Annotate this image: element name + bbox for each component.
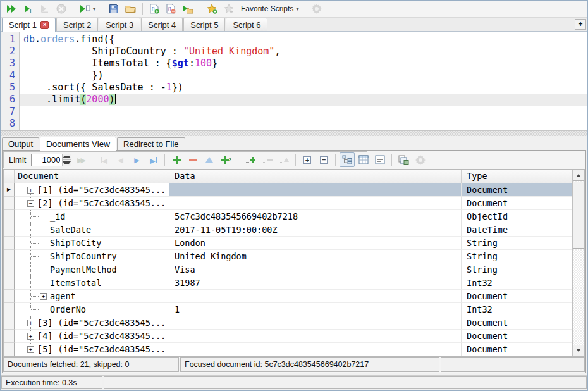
duplicate-document-button[interactable]: 2 xyxy=(218,152,233,167)
script-tab-2[interactable]: Script 2 xyxy=(56,18,98,31)
table-view-button[interactable] xyxy=(356,152,371,167)
data-cell: 5c7c3dc483545669402b7218 xyxy=(169,210,462,223)
run-all-button[interactable] xyxy=(3,2,20,16)
text-view-button[interactable] xyxy=(372,152,388,167)
table-row[interactable]: SaleDate2017-11-05T19:00:00ZDateTime xyxy=(4,223,572,237)
document-cell: +[4] (id="5c7c3dc483545... xyxy=(15,330,169,343)
script-tab-3[interactable]: Script 3 xyxy=(99,18,140,31)
copy-save-icon xyxy=(398,155,409,165)
row-marker-cell xyxy=(4,250,15,263)
field-name: ShipToCountry xyxy=(50,250,117,263)
open-script-button[interactable] xyxy=(123,2,138,16)
run-options-button[interactable]: ▾ xyxy=(77,2,98,16)
run-statement-button[interactable]: I xyxy=(21,2,36,16)
expand-node-icon[interactable]: + xyxy=(40,293,47,300)
edit-document-button[interactable] xyxy=(202,152,217,167)
table-row[interactable]: OrderNo1Int32 xyxy=(4,303,572,316)
favorite-scripts-dropdown[interactable]: Favorite Scripts▾ xyxy=(238,2,301,16)
fetch-next-button[interactable]: ▶▶ xyxy=(73,152,88,167)
view-settings-button[interactable] xyxy=(413,152,428,167)
data-cell xyxy=(169,290,462,303)
new-tab-button[interactable]: + xyxy=(575,19,586,30)
close-script-button[interactable]: {} xyxy=(163,2,178,16)
column-header-data[interactable]: Data xyxy=(169,170,462,183)
collapse-all-button[interactable]: − xyxy=(316,152,331,167)
run-selection-icon xyxy=(40,4,50,13)
field-name: _id xyxy=(50,210,65,223)
script-tab-4[interactable]: Script 4 xyxy=(141,18,183,31)
script-tab-label: Script 6 xyxy=(233,20,260,30)
code-editor[interactable]: 12345678 db.orders.find({ ShipToCountry … xyxy=(1,32,587,131)
type-cell: Document xyxy=(462,343,572,356)
export-documents-button[interactable] xyxy=(396,152,412,167)
field-name: OrderNo xyxy=(50,303,86,316)
column-header-document[interactable]: Document xyxy=(15,170,169,183)
plus2-icon: 2 xyxy=(221,156,231,164)
column-header-type[interactable]: Type xyxy=(462,170,572,183)
table-row[interactable]: ItemsTotal31987Int32 xyxy=(4,276,572,290)
table-row[interactable]: +[5] (id="5c7c3dc483545...Document xyxy=(4,343,572,356)
delete-field-button[interactable] xyxy=(259,152,275,167)
table-row[interactable]: ShipToCountryUnited KingdomString xyxy=(4,250,572,263)
data-cell xyxy=(169,316,462,330)
document-cell: PaymentMethod xyxy=(15,263,169,276)
run-statement-icon: I xyxy=(23,4,34,14)
plus-icon xyxy=(173,156,181,164)
new-script-button[interactable]: {} xyxy=(147,2,162,16)
collapse-node-icon[interactable]: − xyxy=(27,200,34,207)
table-row[interactable]: +agentDocument xyxy=(4,290,572,303)
document-label: [4] (id="5c7c3dc483545... xyxy=(37,330,166,342)
script-tab-5[interactable]: Script 5 xyxy=(183,18,225,31)
row-marker-header xyxy=(4,170,15,183)
table-row[interactable]: +[4] (id="5c7c3dc483545...Document xyxy=(4,330,572,343)
stop-button[interactable] xyxy=(54,2,69,16)
scroll-up-button[interactable] xyxy=(573,170,584,181)
document-cell: ItemsTotal xyxy=(15,276,169,290)
table-row[interactable]: PaymentMethodVisaString xyxy=(4,263,572,276)
table-row[interactable]: ShipToCityLondonString xyxy=(4,237,572,250)
output-tab-documents-view[interactable]: Documents View xyxy=(40,137,116,151)
expand-node-icon[interactable]: + xyxy=(27,187,34,194)
limit-input[interactable] xyxy=(32,154,62,166)
add-field-button[interactable] xyxy=(242,152,258,167)
gear-icon xyxy=(312,4,322,14)
spin-up-button[interactable] xyxy=(63,154,71,160)
save-script-button[interactable] xyxy=(106,2,121,16)
editor-code-area[interactable]: db.orders.find({ ShipToCountry : "United… xyxy=(20,32,587,130)
limit-label: Limit xyxy=(9,155,26,164)
script-tab-1[interactable]: Script 1× xyxy=(2,18,56,32)
run-selection-button[interactable] xyxy=(37,2,52,16)
add-document-button[interactable] xyxy=(169,152,184,167)
tree-view-button[interactable] xyxy=(340,152,355,167)
document-cell: _id xyxy=(15,210,169,223)
add-favorite-button[interactable] xyxy=(204,2,220,16)
table-row[interactable]: +[3] (id="5c7c3dc483545...Document xyxy=(4,316,572,330)
expand-all-button[interactable]: + xyxy=(300,152,315,167)
table-row[interactable]: −[2] (id="5c7c3dc483545...Document xyxy=(4,197,572,210)
previous-document-button[interactable]: ◀ xyxy=(113,152,128,167)
remove-favorite-button[interactable] xyxy=(221,2,237,16)
close-tab-icon[interactable]: × xyxy=(40,21,49,29)
scroll-down-button[interactable] xyxy=(573,345,584,356)
expand-node-icon[interactable]: + xyxy=(27,333,34,340)
run-script-file-button[interactable] xyxy=(180,2,196,16)
line-number: 8 xyxy=(1,118,19,130)
table-row[interactable]: _id5c7c3dc483545669402b7218ObjectId xyxy=(4,210,572,223)
scrollbar-thumb[interactable] xyxy=(573,182,584,249)
spin-down-button[interactable] xyxy=(63,159,71,166)
save-icon xyxy=(109,4,119,14)
delete-document-button[interactable] xyxy=(185,152,200,167)
expand-node-icon[interactable]: + xyxy=(27,320,34,326)
table-row[interactable]: ▶+[1] (id="5c7c3dc483545...Document xyxy=(4,183,572,197)
output-tab-redirect-to-file[interactable]: Redirect to File xyxy=(117,137,185,150)
settings-button[interactable] xyxy=(309,2,324,16)
horizontal-splitter[interactable] xyxy=(1,131,587,136)
output-tab-output[interactable]: Output xyxy=(2,137,39,150)
next-document-button[interactable]: ▶ xyxy=(129,152,144,167)
script-tab-6[interactable]: Script 6 xyxy=(226,18,267,31)
edit-field-button[interactable] xyxy=(276,152,291,167)
last-document-button[interactable]: ▶ xyxy=(145,152,161,167)
vertical-scrollbar[interactable] xyxy=(572,170,584,356)
first-document-button[interactable]: ◀ xyxy=(96,152,111,167)
expand-node-icon[interactable]: + xyxy=(27,346,34,353)
